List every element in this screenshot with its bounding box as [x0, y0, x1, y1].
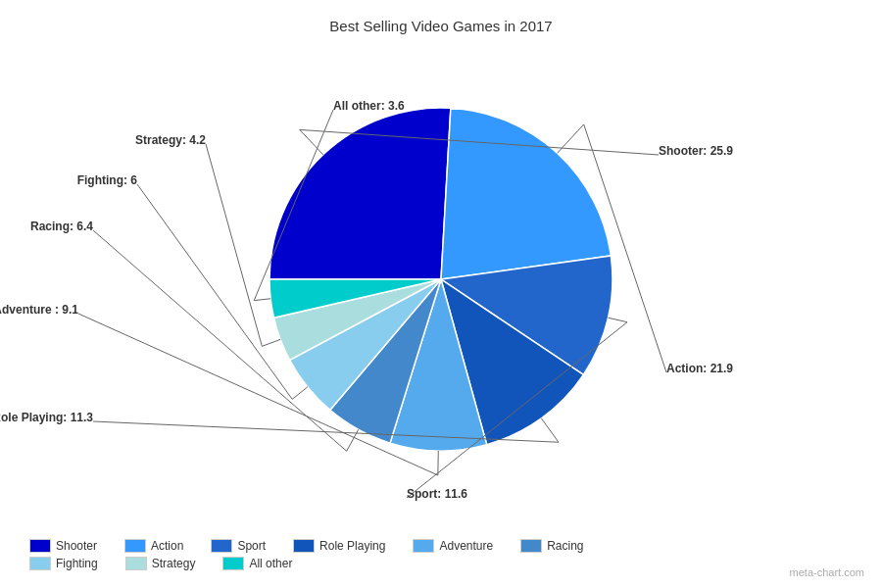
legend-color-box — [293, 539, 315, 553]
legend-label: Fighting — [56, 557, 98, 570]
legend-color-box — [124, 539, 146, 553]
legend: ShooterActionSportRole PlayingAdventureR… — [29, 539, 833, 570]
legend-color-box — [520, 539, 542, 553]
legend-row: FightingStrategyAll other — [29, 557, 833, 570]
label-line — [206, 144, 280, 346]
legend-label: Shooter — [56, 539, 97, 553]
pie-chart: Shooter: 25.9Action: 21.9Sport: 11.6Role… — [0, 39, 882, 519]
legend-item: Shooter — [29, 539, 97, 553]
legend-item: Strategy — [125, 557, 196, 570]
legend-label: Role Playing — [319, 539, 385, 553]
watermark: meta-chart.com — [790, 566, 864, 578]
legend-label: Sport — [237, 539, 266, 553]
chart-container: Best Selling Video Games in 2017 Shooter… — [0, 0, 882, 588]
legend-color-box — [29, 539, 51, 553]
pie-label: Strategy: 4.2 — [135, 133, 206, 147]
pie-label: Sport: 11.6 — [407, 487, 467, 501]
legend-label: Action — [151, 539, 183, 553]
legend-color-box — [29, 557, 51, 570]
legend-item: Action — [124, 539, 183, 553]
legend-item: Fighting — [29, 557, 98, 570]
pie-label: Adventure : 9.1 — [0, 303, 78, 317]
legend-color-box — [211, 539, 232, 553]
legend-label: Strategy — [152, 557, 196, 570]
pie-label: Role Playing: 11.3 — [0, 411, 93, 424]
pie-label: Fighting: 6 — [77, 173, 138, 187]
pie-label: Racing: 6.4 — [30, 220, 93, 233]
legend-item: Racing — [520, 539, 583, 553]
chart-title: Best Selling Video Games in 2017 — [0, 0, 882, 34]
legend-label: Adventure — [439, 539, 493, 553]
pie-label: All other: 3.6 — [333, 99, 405, 113]
legend-item: Adventure — [413, 539, 493, 553]
legend-label: All other — [249, 557, 292, 570]
pie-segment-action — [441, 108, 611, 279]
legend-label: Racing — [547, 539, 583, 553]
legend-item: All other — [222, 557, 292, 570]
legend-color-box — [125, 557, 147, 570]
legend-item: Sport — [211, 539, 266, 553]
legend-color-box — [222, 557, 244, 570]
legend-color-box — [413, 539, 434, 553]
legend-row: ShooterActionSportRole PlayingAdventureR… — [29, 539, 833, 553]
legend-item: Role Playing — [293, 539, 385, 553]
pie-label: Action: 21.9 — [666, 362, 733, 375]
pie-label: Shooter: 25.9 — [659, 144, 733, 158]
